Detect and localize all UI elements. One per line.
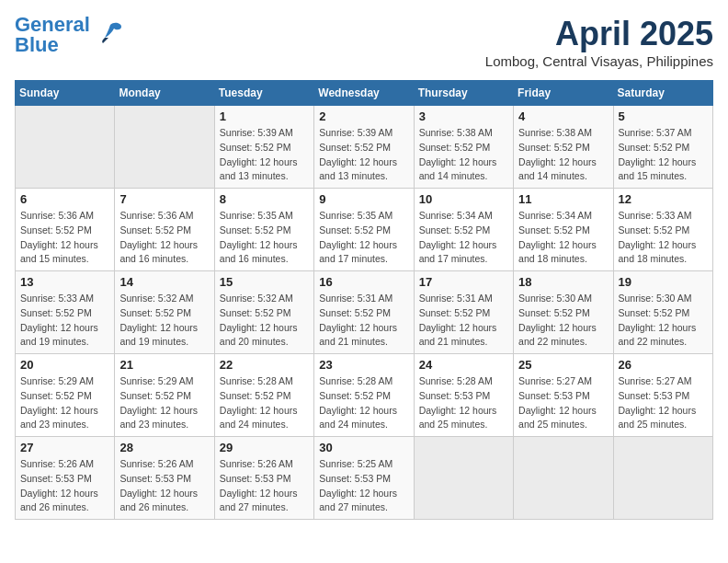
day-info: Sunrise: 5:33 AMSunset: 5:52 PMDaylight:…	[20, 292, 109, 350]
calendar-cell: 19Sunrise: 5:30 AMSunset: 5:52 PMDayligh…	[613, 271, 712, 354]
week-row-2: 6Sunrise: 5:36 AMSunset: 5:52 PMDaylight…	[16, 189, 713, 271]
calendar-cell: 9Sunrise: 5:35 AMSunset: 5:52 PMDaylight…	[314, 189, 414, 271]
day-info: Sunrise: 5:38 AMSunset: 5:52 PMDaylight:…	[518, 126, 608, 184]
week-row-1: 1Sunrise: 5:39 AMSunset: 5:52 PMDaylight…	[16, 106, 713, 189]
calendar-cell: 24Sunrise: 5:28 AMSunset: 5:53 PMDayligh…	[414, 354, 513, 437]
calendar-cell	[613, 437, 712, 520]
day-number: 1	[220, 109, 309, 123]
calendar-cell	[16, 106, 115, 189]
header-day-sunday: Sunday	[16, 81, 115, 106]
calendar-cell: 2Sunrise: 5:39 AMSunset: 5:52 PMDaylight…	[314, 106, 414, 189]
day-info: Sunrise: 5:32 AMSunset: 5:52 PMDaylight:…	[220, 292, 309, 350]
header-day-monday: Monday	[115, 81, 214, 106]
day-number: 20	[20, 358, 109, 372]
day-info: Sunrise: 5:28 AMSunset: 5:52 PMDaylight:…	[220, 374, 309, 432]
day-number: 25	[518, 358, 608, 372]
day-number: 11	[518, 192, 608, 206]
day-number: 5	[619, 109, 708, 123]
day-info: Sunrise: 5:25 AMSunset: 5:53 PMDaylight:…	[319, 457, 408, 515]
header-day-friday: Friday	[514, 81, 613, 106]
calendar-cell: 29Sunrise: 5:26 AMSunset: 5:53 PMDayligh…	[214, 437, 313, 520]
logo: General Blue	[15, 15, 125, 55]
day-number: 12	[619, 192, 708, 206]
calendar-cell: 11Sunrise: 5:34 AMSunset: 5:52 PMDayligh…	[514, 189, 613, 271]
calendar-cell: 22Sunrise: 5:28 AMSunset: 5:52 PMDayligh…	[214, 354, 313, 437]
day-info: Sunrise: 5:36 AMSunset: 5:52 PMDaylight:…	[20, 209, 109, 267]
day-number: 10	[419, 192, 508, 206]
day-info: Sunrise: 5:29 AMSunset: 5:52 PMDaylight:…	[20, 374, 109, 432]
day-number: 22	[220, 358, 309, 372]
day-number: 6	[20, 192, 109, 206]
day-info: Sunrise: 5:39 AMSunset: 5:52 PMDaylight:…	[319, 126, 408, 184]
calendar-cell: 10Sunrise: 5:34 AMSunset: 5:52 PMDayligh…	[414, 189, 513, 271]
calendar-cell: 13Sunrise: 5:33 AMSunset: 5:52 PMDayligh…	[16, 271, 115, 354]
day-info: Sunrise: 5:27 AMSunset: 5:53 PMDaylight:…	[518, 374, 608, 432]
day-number: 17	[419, 275, 508, 289]
calendar-header-row: SundayMondayTuesdayWednesdayThursdayFrid…	[16, 81, 713, 106]
header-day-tuesday: Tuesday	[214, 81, 313, 106]
calendar-cell: 14Sunrise: 5:32 AMSunset: 5:52 PMDayligh…	[115, 271, 214, 354]
logo-text-line2: Blue	[15, 35, 90, 55]
calendar-cell: 25Sunrise: 5:27 AMSunset: 5:53 PMDayligh…	[514, 354, 613, 437]
day-number: 4	[518, 109, 608, 123]
day-info: Sunrise: 5:34 AMSunset: 5:52 PMDaylight:…	[518, 209, 608, 267]
day-number: 28	[119, 441, 209, 454]
calendar-table: SundayMondayTuesdayWednesdayThursdayFrid…	[15, 80, 713, 520]
day-number: 21	[119, 358, 209, 372]
day-info: Sunrise: 5:30 AMSunset: 5:52 PMDaylight:…	[619, 292, 708, 350]
day-info: Sunrise: 5:31 AMSunset: 5:52 PMDaylight:…	[419, 292, 508, 350]
day-number: 9	[319, 192, 408, 206]
day-info: Sunrise: 5:38 AMSunset: 5:52 PMDaylight:…	[419, 126, 508, 184]
day-number: 23	[319, 358, 408, 372]
header: General Blue April 2025 Lombog, Central …	[15, 15, 713, 69]
day-info: Sunrise: 5:31 AMSunset: 5:52 PMDaylight:…	[319, 292, 408, 350]
day-number: 26	[619, 358, 708, 372]
logo-text-line1: General	[15, 15, 90, 35]
calendar-cell	[514, 437, 613, 520]
calendar-cell: 15Sunrise: 5:32 AMSunset: 5:52 PMDayligh…	[214, 271, 313, 354]
calendar-cell: 21Sunrise: 5:29 AMSunset: 5:52 PMDayligh…	[115, 354, 214, 437]
day-number: 14	[119, 275, 209, 289]
day-number: 15	[220, 275, 309, 289]
day-info: Sunrise: 5:29 AMSunset: 5:52 PMDaylight:…	[119, 374, 209, 432]
day-number: 24	[419, 358, 508, 372]
day-info: Sunrise: 5:34 AMSunset: 5:52 PMDaylight:…	[419, 209, 508, 267]
month-year-title: April 2025	[485, 15, 713, 53]
day-info: Sunrise: 5:35 AMSunset: 5:52 PMDaylight:…	[319, 209, 408, 267]
calendar-cell: 7Sunrise: 5:36 AMSunset: 5:52 PMDaylight…	[115, 189, 214, 271]
day-number: 13	[20, 275, 109, 289]
day-info: Sunrise: 5:26 AMSunset: 5:53 PMDaylight:…	[220, 457, 309, 515]
day-number: 30	[319, 441, 408, 454]
day-info: Sunrise: 5:39 AMSunset: 5:52 PMDaylight:…	[220, 126, 309, 184]
day-info: Sunrise: 5:35 AMSunset: 5:52 PMDaylight:…	[220, 209, 309, 267]
day-info: Sunrise: 5:30 AMSunset: 5:52 PMDaylight:…	[518, 292, 608, 350]
calendar-cell: 18Sunrise: 5:30 AMSunset: 5:52 PMDayligh…	[514, 271, 613, 354]
day-number: 18	[518, 275, 608, 289]
title-area: April 2025 Lombog, Central Visayas, Phil…	[485, 15, 713, 69]
calendar-cell	[414, 437, 513, 520]
header-day-thursday: Thursday	[414, 81, 513, 106]
calendar-cell: 30Sunrise: 5:25 AMSunset: 5:53 PMDayligh…	[314, 437, 414, 520]
header-day-saturday: Saturday	[613, 81, 712, 106]
day-info: Sunrise: 5:26 AMSunset: 5:53 PMDaylight:…	[20, 457, 109, 515]
day-info: Sunrise: 5:28 AMSunset: 5:53 PMDaylight:…	[419, 374, 508, 432]
day-number: 16	[319, 275, 408, 289]
day-info: Sunrise: 5:33 AMSunset: 5:52 PMDaylight:…	[619, 209, 708, 267]
day-info: Sunrise: 5:27 AMSunset: 5:53 PMDaylight:…	[619, 374, 708, 432]
day-number: 27	[20, 441, 109, 454]
calendar-cell: 17Sunrise: 5:31 AMSunset: 5:52 PMDayligh…	[414, 271, 513, 354]
calendar-cell	[115, 106, 214, 189]
day-info: Sunrise: 5:37 AMSunset: 5:52 PMDaylight:…	[619, 126, 708, 184]
calendar-cell: 27Sunrise: 5:26 AMSunset: 5:53 PMDayligh…	[16, 437, 115, 520]
week-row-4: 20Sunrise: 5:29 AMSunset: 5:52 PMDayligh…	[16, 354, 713, 437]
day-number: 3	[419, 109, 508, 123]
day-number: 7	[119, 192, 209, 206]
day-number: 19	[619, 275, 708, 289]
calendar-cell: 23Sunrise: 5:28 AMSunset: 5:52 PMDayligh…	[314, 354, 414, 437]
calendar-cell: 5Sunrise: 5:37 AMSunset: 5:52 PMDaylight…	[613, 106, 712, 189]
week-row-5: 27Sunrise: 5:26 AMSunset: 5:53 PMDayligh…	[16, 437, 713, 520]
calendar-cell: 4Sunrise: 5:38 AMSunset: 5:52 PMDaylight…	[514, 106, 613, 189]
day-info: Sunrise: 5:36 AMSunset: 5:52 PMDaylight:…	[119, 209, 209, 267]
calendar-cell: 26Sunrise: 5:27 AMSunset: 5:53 PMDayligh…	[613, 354, 712, 437]
calendar-cell: 8Sunrise: 5:35 AMSunset: 5:52 PMDaylight…	[214, 189, 313, 271]
